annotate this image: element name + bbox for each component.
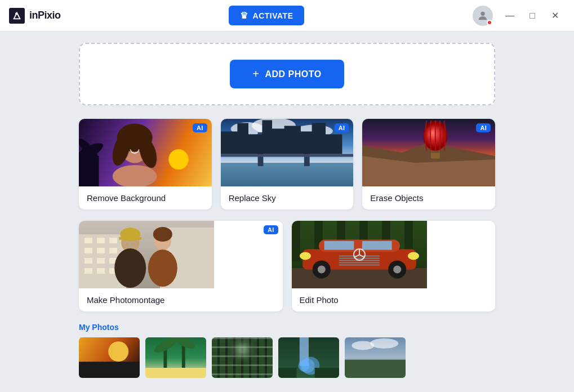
activate-label: ACTIVATE <box>253 11 293 20</box>
cards-row-2: AI Make Photomontage Edit Photo <box>79 221 495 311</box>
card-image-edit-photo <box>292 221 496 288</box>
ai-badge-erase-objects: AI <box>476 123 491 132</box>
card-edit-photo[interactable]: Edit Photo <box>292 221 496 311</box>
notification-dot <box>487 20 492 25</box>
add-photo-button[interactable]: + ADD PHOTO <box>230 60 344 88</box>
ai-badge-remove-background: AI <box>193 123 207 132</box>
plus-icon: + <box>252 68 259 81</box>
card-label-erase-objects: Erase Objects <box>362 186 495 210</box>
titlebar: inPixio ♛ ACTIVATE — □ ✕ <box>0 0 574 32</box>
my-photos-section: My Photos <box>79 323 495 378</box>
card-image-make-photomontage: AI <box>79 221 283 288</box>
card-label-replace-sky: Replace Sky <box>221 186 354 210</box>
my-photos-label: My Photos <box>79 323 495 332</box>
card-label-make-photomontage: Make Photomontage <box>79 288 283 311</box>
photos-row <box>79 337 495 378</box>
upload-area[interactable]: + ADD PHOTO <box>79 43 495 105</box>
logo-area: inPixio <box>9 8 61 24</box>
card-image-replace-sky: AI <box>221 119 354 186</box>
titlebar-center: ♛ ACTIVATE <box>229 6 304 25</box>
photo-thumb-0[interactable] <box>79 337 140 378</box>
card-label-edit-photo: Edit Photo <box>292 288 496 311</box>
app-logo-icon <box>9 8 25 24</box>
photo-thumb-3[interactable] <box>278 337 339 378</box>
photo-thumb-4[interactable] <box>345 337 406 378</box>
ai-badge-make-photomontage: AI <box>264 225 278 234</box>
minimize-button[interactable]: — <box>500 6 520 26</box>
card-image-remove-background: AI <box>79 119 212 186</box>
crown-icon: ♛ <box>240 10 248 21</box>
svg-point-2 <box>480 11 484 15</box>
activate-button[interactable]: ♛ ACTIVATE <box>229 6 304 25</box>
app-name: inPixio <box>29 10 61 21</box>
card-replace-sky[interactable]: AI Replace Sky <box>221 119 354 210</box>
ai-badge-replace-sky: AI <box>335 123 349 132</box>
card-remove-background[interactable]: AI Remove Background <box>79 119 212 210</box>
svg-rect-1 <box>15 12 17 15</box>
card-label-remove-background: Remove Background <box>79 186 212 210</box>
add-photo-label: ADD PHOTO <box>265 69 321 79</box>
main-content: + ADD PHOTO AI Remove Background AI Repl… <box>0 32 574 392</box>
card-make-photomontage[interactable]: AI Make Photomontage <box>79 221 283 311</box>
maximize-button[interactable]: □ <box>522 6 542 26</box>
photo-thumb-1[interactable] <box>145 337 206 378</box>
card-image-erase-objects: AI <box>362 119 495 186</box>
photo-thumb-2[interactable] <box>212 337 273 378</box>
card-erase-objects[interactable]: AI Erase Objects <box>362 119 495 210</box>
close-button[interactable]: ✕ <box>545 6 565 26</box>
titlebar-right: — □ ✕ <box>473 6 565 26</box>
user-avatar[interactable] <box>473 6 493 26</box>
cards-row-1: AI Remove Background AI Replace Sky AI E… <box>79 119 495 210</box>
